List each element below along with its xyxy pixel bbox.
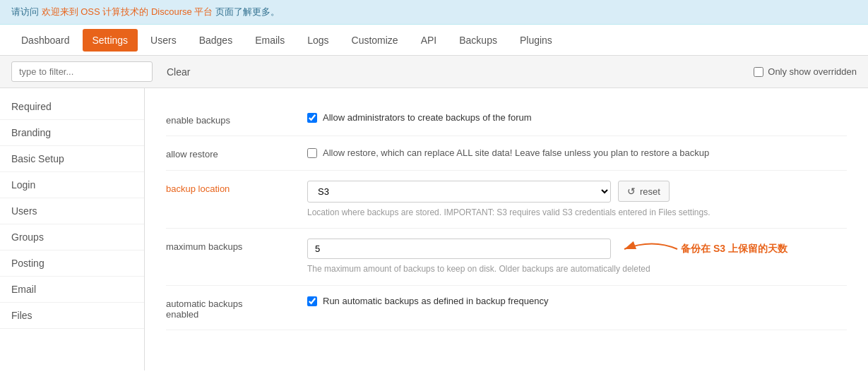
sidebar-item-basic-setup[interactable]: Basic Setup [0, 146, 144, 172]
setting-label-backup-location: backup location [166, 181, 293, 194]
filter-input[interactable] [11, 61, 153, 82]
setting-label-maximum-backups: maximum backups [166, 239, 293, 252]
sidebar-item-branding[interactable]: Branding [0, 120, 144, 146]
backup-location-description: Location where backups are stored. IMPOR… [307, 207, 847, 219]
backup-location-dropdown-row: S3 Local ↺ reset [307, 181, 847, 203]
nav-bar: Dashboard Settings Users Badges Emails L… [0, 25, 868, 56]
setting-control-backup-location: S3 Local ↺ reset Location where backups … [307, 181, 847, 219]
setting-control-allow-restore: Allow restore, which can replace ALL sit… [307, 146, 847, 160]
sidebar-item-users[interactable]: Users [0, 198, 144, 224]
nav-users[interactable]: Users [141, 29, 186, 52]
allow-restore-checkbox[interactable] [307, 148, 317, 158]
setting-control-enable-backups: Allow administrators to create backups o… [307, 112, 847, 123]
setting-label-auto-backups: automatic backups enabled [166, 296, 293, 320]
setting-row-auto-backups: automatic backups enabled Run automatic … [166, 286, 847, 330]
only-overridden-container: Only show overridden [754, 66, 857, 77]
nav-dashboard[interactable]: Dashboard [11, 29, 80, 52]
maximum-backups-input[interactable] [307, 239, 611, 259]
nav-logs[interactable]: Logs [297, 29, 338, 52]
reset-icon: ↺ [627, 186, 636, 197]
setting-row-allow-restore: allow restore Allow restore, which can r… [166, 136, 847, 171]
arrow-svg [617, 235, 681, 263]
max-backups-input-container: 备份在 S3 上保留的天数 [307, 239, 611, 259]
enable-backups-checkbox-row[interactable]: Allow administrators to create backups o… [307, 112, 847, 123]
annotation-text: 备份在 S3 上保留的天数 [681, 243, 787, 255]
only-overridden-label: Only show overridden [768, 66, 857, 77]
sidebar-item-groups[interactable]: Groups [0, 224, 144, 251]
setting-label-allow-restore: allow restore [166, 146, 293, 159]
auto-backups-checkbox-row[interactable]: Run automatic backups as defined in back… [307, 296, 847, 306]
sidebar-item-email[interactable]: Email [0, 277, 144, 303]
maximum-backups-description: The maximum amount of backups to keep on… [307, 263, 847, 275]
nav-emails[interactable]: Emails [245, 29, 295, 52]
nav-customize[interactable]: Customize [342, 29, 408, 52]
filter-bar: Clear Only show overridden [0, 56, 868, 88]
sidebar-item-files[interactable]: Files [0, 303, 144, 329]
sidebar-item-required[interactable]: Required [0, 94, 144, 120]
nav-badges[interactable]: Badges [189, 29, 242, 52]
arrow-annotation: 备份在 S3 上保留的天数 [617, 235, 787, 263]
nav-api[interactable]: API [411, 29, 447, 52]
info-banner: 请访问 欢迎来到 OSS 计算技术的 Discourse 平台 页面了解更多。 [0, 0, 868, 25]
banner-link[interactable]: 欢迎来到 OSS 计算技术的 Discourse 平台 [42, 6, 213, 17]
content-area: enable backups Allow administrators to c… [145, 88, 868, 370]
only-overridden-checkbox[interactable] [754, 67, 763, 77]
setting-row-maximum-backups: maximum backups [166, 229, 847, 286]
allow-restore-checkbox-row[interactable]: Allow restore, which can replace ALL sit… [307, 146, 847, 160]
enable-backups-label: Allow administrators to create backups o… [323, 112, 532, 123]
main-layout: Required Branding Basic Setup Login User… [0, 88, 868, 370]
auto-backups-label: Run automatic backups as defined in back… [323, 296, 548, 306]
sidebar: Required Branding Basic Setup Login User… [0, 88, 145, 370]
setting-label-enable-backups: enable backups [166, 112, 293, 126]
nav-backups[interactable]: Backups [449, 29, 507, 52]
backup-location-reset-button[interactable]: ↺ reset [618, 181, 670, 202]
setting-control-maximum-backups: 备份在 S3 上保留的天数 The maximum amount of back… [307, 239, 847, 275]
sidebar-item-posting[interactable]: Posting [0, 251, 144, 277]
allow-restore-label: Allow restore, which can replace ALL sit… [323, 146, 709, 160]
setting-row-enable-backups: enable backups Allow administrators to c… [166, 102, 847, 136]
enable-backups-checkbox[interactable] [307, 113, 317, 123]
nav-settings[interactable]: Settings [83, 29, 138, 52]
clear-button[interactable]: Clear [161, 64, 196, 80]
setting-row-backup-location: backup location S3 Local ↺ reset Locatio… [166, 171, 847, 229]
sidebar-item-login[interactable]: Login [0, 172, 144, 198]
banner-text-before: 请访问 [11, 6, 39, 17]
nav-plugins[interactable]: Plugins [510, 29, 562, 52]
backup-location-select[interactable]: S3 Local [307, 181, 611, 203]
auto-backups-checkbox[interactable] [307, 296, 317, 306]
reset-label: reset [640, 186, 660, 197]
setting-control-auto-backups: Run automatic backups as defined in back… [307, 296, 847, 306]
banner-text-after: 页面了解更多。 [215, 6, 280, 17]
